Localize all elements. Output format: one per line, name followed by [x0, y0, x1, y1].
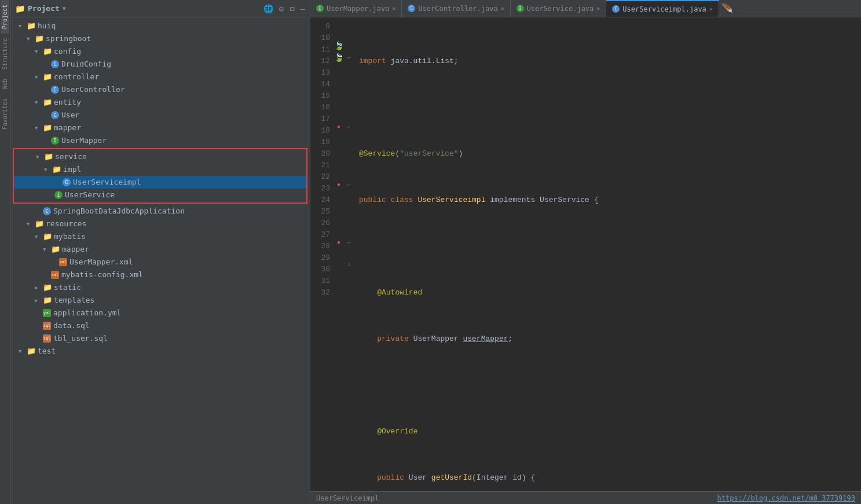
code-content[interactable]: import java.util.List; @Service("userSer…	[353, 17, 861, 491]
tab-close-userserviceimpl[interactable]: ✕	[709, 6, 713, 12]
arrow-resources: ▼	[27, 218, 35, 230]
label-entity: entity	[54, 97, 81, 108]
tree-item-datasql[interactable]: sql data.sql	[10, 319, 310, 332]
icon-tblusersql: sql	[43, 334, 51, 343]
icon-userservice: I	[54, 191, 63, 199]
label-impl: impl	[63, 164, 81, 175]
code-line-14: @Autowired	[359, 287, 855, 299]
code-line-15: private UserMapper userMapper;	[359, 333, 855, 345]
folder-icon-entity: 📁	[43, 97, 52, 108]
left-tab-structure[interactable]: Structure	[1, 34, 9, 74]
label-user: User	[61, 109, 79, 121]
tab-extension-icon: 🪶	[721, 3, 733, 14]
tabs-bar: I UserMapper.java ✕ C UserController.jav…	[310, 0, 861, 17]
project-header: 📁 Project ▼ 🌐 ⚙ ⊟ —	[10, 0, 310, 17]
tab-icon-usercontroller: C	[408, 5, 415, 12]
project-icon-globe[interactable]: 🌐	[263, 4, 273, 13]
tab-label-userserviceimpl: UserServiceimpl.java	[622, 5, 706, 13]
arrow-huiq: ▼	[19, 20, 27, 32]
tree-item-resources[interactable]: ▼ 📁 resources	[10, 218, 310, 230]
label-springbootapp: SpringBootDataJdbcApplication	[53, 205, 185, 217]
code-line-12: public class UserServiceimpl implements …	[359, 194, 855, 206]
gutter: 🍃 🍃 ● ● ●	[332, 17, 345, 491]
left-tab-web[interactable]: Web	[1, 74, 9, 94]
tab-label-usercontroller: UserController.java	[418, 5, 497, 13]
folder-icon-test: 📁	[27, 345, 36, 357]
label-datasql: data.sql	[53, 320, 90, 332]
label-mybatisconfig: mybatis-config.xml	[61, 269, 143, 281]
tree-item-user[interactable]: C User	[10, 109, 310, 122]
project-folder-icon: 📁	[15, 4, 25, 13]
project-dropdown-arrow[interactable]: ▼	[63, 5, 66, 12]
label-service: service	[55, 151, 87, 163]
tree-item-templates[interactable]: ▶ 📁 templates	[10, 294, 310, 307]
project-icon-layout[interactable]: ⊟	[290, 4, 294, 13]
label-controller: controller	[54, 71, 99, 83]
project-title: Project	[28, 4, 60, 13]
tab-close-userservice[interactable]: ✕	[596, 5, 600, 12]
tree-item-service[interactable]: ▼ 📁 service	[14, 150, 306, 163]
label-config: config	[54, 46, 81, 57]
tab-usercontroller[interactable]: C UserController.java ✕	[402, 0, 510, 17]
tab-close-usermapper[interactable]: ✕	[392, 5, 395, 12]
arrow-impl: ▼	[44, 164, 52, 175]
tree-item-mybatisconfig[interactable]: xml mybatis-config.xml	[10, 268, 310, 281]
arrow-controller: ▼	[35, 71, 43, 83]
tree-item-applicationyml[interactable]: yml application.yml	[10, 307, 310, 319]
code-line-17: @Override	[359, 426, 855, 437]
tree-item-userservice[interactable]: I UserService	[14, 189, 306, 201]
tree-item-mapper[interactable]: ▼ 📁 mapper	[10, 122, 310, 134]
tree-item-controller[interactable]: ▼ 📁 controller	[10, 71, 310, 83]
tree-item-springbootapp[interactable]: C SpringBootDataJdbcApplication	[10, 205, 310, 218]
icon-usercontroller: C	[51, 86, 59, 94]
label-test: test	[38, 345, 56, 357]
code-line-13	[359, 241, 855, 252]
arrow-service: ▼	[36, 151, 44, 163]
tree-item-usercontroller[interactable]: C UserController	[10, 83, 310, 96]
left-tab-favorites[interactable]: Favorites	[1, 94, 9, 134]
label-druidconfig: DruidConfig	[61, 58, 111, 70]
icon-druidconfig: C	[51, 60, 59, 68]
project-panel: 📁 Project ▼ 🌐 ⚙ ⊟ — ▼ 📁 huiq	[10, 0, 310, 504]
code-line-18: public User getUserId(Integer id) {	[359, 472, 855, 484]
folder-icon-springboot: 📁	[35, 33, 44, 45]
tree-item-usermapper[interactable]: I UserMapper	[10, 134, 310, 147]
tree-item-druidconfig[interactable]: C DruidConfig	[10, 58, 310, 71]
tree-item-springboot[interactable]: ▼ 📁 springboot	[10, 32, 310, 45]
editor-area: I UserMapper.java ✕ C UserController.jav…	[310, 0, 861, 504]
fold-gutter: ⌐ ⌐ ⌐ ⌐ └	[345, 17, 353, 491]
project-icon-settings[interactable]: ⚙	[279, 4, 284, 13]
tab-usermapper[interactable]: I UserMapper.java ✕	[310, 0, 402, 17]
label-usermapper: UserMapper	[61, 135, 107, 146]
tree-item-test[interactable]: ▼ 📁 test	[10, 345, 310, 358]
tree-item-impl[interactable]: ▼ 📁 impl	[14, 163, 306, 176]
tree-item-usermapperxml[interactable]: xml UserMapper.xml	[10, 256, 310, 268]
code-line-10	[359, 102, 855, 113]
tree-item-mybatis[interactable]: ▼ 📁 mybatis	[10, 230, 310, 243]
label-userservice: UserService	[65, 189, 115, 201]
tab-userservice[interactable]: I UserService.java ✕	[511, 0, 607, 17]
arrow-mybatis: ▼	[35, 231, 43, 242]
status-filename: UserServiceimpl	[316, 494, 379, 502]
tab-userserviceimpl[interactable]: C UserServiceimpl.java ✕	[606, 0, 719, 17]
tab-label-usermapper: UserMapper.java	[327, 5, 389, 13]
tree-item-entity[interactable]: ▼ 📁 entity	[10, 96, 310, 109]
folder-icon-static: 📁	[43, 282, 52, 293]
tree-item-tblusersql[interactable]: sql tbl_user.sql	[10, 332, 310, 345]
icon-user: C	[51, 111, 59, 119]
left-tab-project[interactable]: Project	[1, 0, 9, 34]
tab-close-usercontroller[interactable]: ✕	[501, 5, 504, 12]
tree-item-mapper2[interactable]: ▼ 📁 mapper	[10, 243, 310, 256]
status-bar: UserServiceimpl https://blog.csdn.net/m0…	[310, 491, 861, 504]
tree-item-huiq[interactable]: ▼ 📁 huiq	[10, 20, 310, 32]
project-icon-minimize[interactable]: —	[301, 4, 305, 13]
tab-icon-usermapper: I	[316, 5, 324, 12]
icon-usermapperxml: xml	[59, 258, 67, 266]
status-url[interactable]: https://blog.csdn.net/m0_37739193	[717, 494, 855, 502]
tree-item-static[interactable]: ▶ 📁 static	[10, 281, 310, 294]
label-usermapperxml: UserMapper.xml	[69, 256, 133, 268]
project-tree: ▼ 📁 huiq ▼ 📁 springboot ▼ 📁 config	[10, 17, 310, 504]
tree-item-config[interactable]: ▼ 📁 config	[10, 45, 310, 58]
label-userserviceimpl: UserServiceimpl	[73, 176, 141, 188]
tree-item-userserviceimpl[interactable]: C UserServiceimpl	[14, 176, 306, 189]
